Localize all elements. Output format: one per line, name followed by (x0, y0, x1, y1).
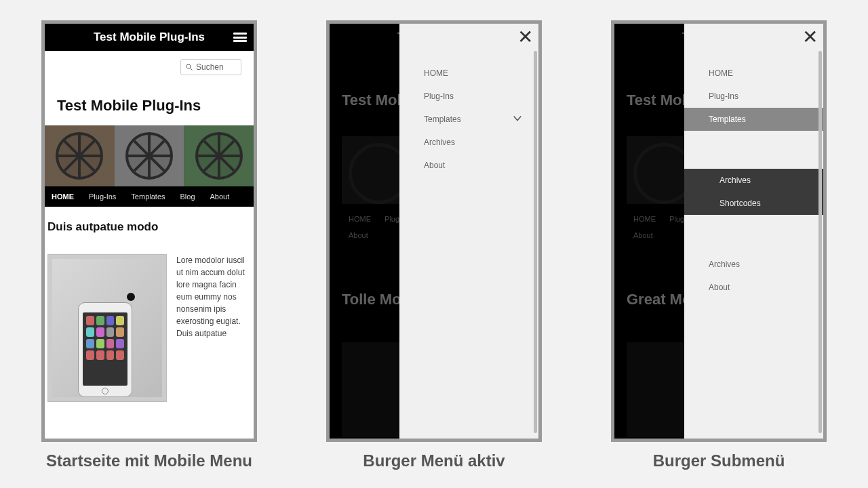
nav-item-home[interactable]: HOME (52, 192, 74, 201)
nav-item-about[interactable]: About (210, 192, 230, 201)
page-title: Test Mobile Plug-Ins (57, 75, 241, 115)
slide-menu: ✕ HOME Plug-Ins Templates Archives About (399, 24, 538, 439)
submenu-item-shortcodes[interactable]: Shortcodes (684, 192, 823, 215)
mobile-header: Test Mobile Plug-Ins (45, 24, 254, 51)
submenu-templates: Archives Shortcodes (684, 169, 823, 215)
menu-item-archives[interactable]: Archives (399, 131, 538, 154)
menu-item-archives[interactable]: Archives (684, 253, 823, 276)
scrollbar[interactable] (534, 51, 537, 433)
svg-point-0 (186, 64, 191, 68)
submenu-item-archives[interactable]: Archives (684, 169, 823, 192)
hamburger-icon[interactable] (233, 33, 247, 42)
chevron-down-icon[interactable] (511, 113, 524, 127)
search-placeholder: Suchen (196, 62, 224, 72)
menu-item-home[interactable]: HOME (399, 62, 538, 85)
search-input[interactable]: Suchen (180, 59, 241, 75)
post-title: Duis autpatue modo (47, 220, 251, 234)
phone-startseite: Test Mobile Plug-Ins Suchen Test Mobile … (41, 20, 257, 442)
menu-item-about[interactable]: About (684, 276, 823, 299)
menu-item-home[interactable]: HOME (684, 62, 823, 85)
caption-3: Burger Submenü (653, 451, 785, 470)
search-icon (185, 63, 193, 71)
post-image (47, 254, 167, 402)
nav-item-plugins[interactable]: Plug-Ins (89, 192, 116, 201)
nav-item-blog[interactable]: Blog (180, 192, 195, 201)
scrollbar[interactable] (818, 51, 822, 433)
menu-item-plugins[interactable]: Plug-Ins (399, 85, 538, 108)
main-nav: HOME Plug-Ins Templates Blog About (45, 186, 254, 207)
close-icon[interactable]: ✕ (802, 28, 818, 47)
phone-submenu-open: Test Mobi Test Mobi HOME Plug-In About G… (611, 20, 827, 442)
post-excerpt: Lore modolor iuscil ut nim accum dolut l… (176, 254, 251, 402)
caption-1: Startseite mit Mobile Menu (46, 451, 252, 470)
slide-menu: ✕ HOME Plug-Ins Templates Archives Short… (684, 24, 823, 439)
nav-item-templates[interactable]: Templates (131, 192, 165, 201)
menu-item-templates[interactable]: Templates (399, 108, 538, 131)
menu-item-about[interactable]: About (399, 154, 538, 177)
menu-item-plugins[interactable]: Plug-Ins (684, 85, 823, 108)
caption-2: Burger Menü aktiv (363, 451, 505, 470)
header-title: Test Mobile Plug-Ins (94, 30, 205, 44)
menu-item-templates-label: Templates (424, 115, 461, 124)
svg-line-1 (191, 68, 193, 70)
hero-image (45, 125, 254, 186)
close-icon[interactable]: ✕ (517, 28, 533, 47)
phone-menu-open: Test Mobil Test Mobil HOME Plug-In About… (326, 20, 542, 442)
menu-item-templates[interactable]: Templates (684, 108, 823, 131)
